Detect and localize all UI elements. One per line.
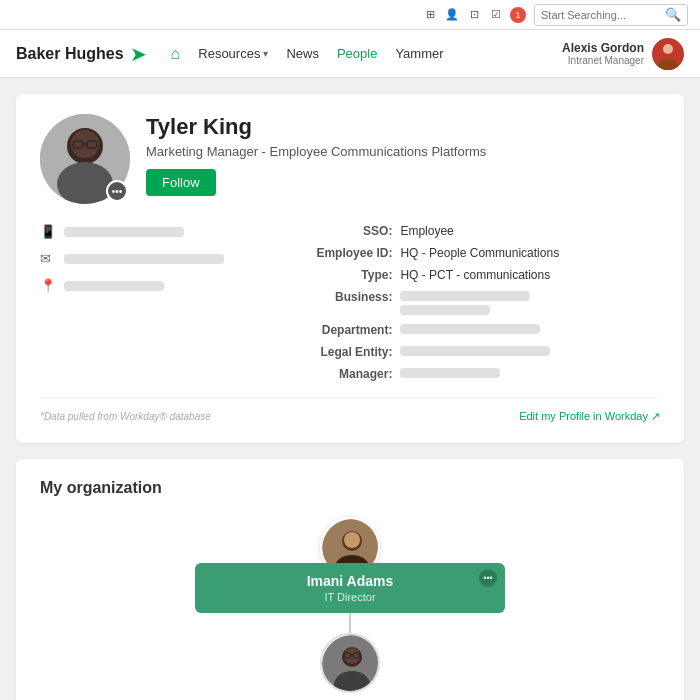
department-row: Department:	[302, 323, 660, 337]
profile-title: Marketing Manager - Employee Communicati…	[146, 144, 660, 159]
manager-card-box[interactable]: ••• Imani Adams IT Director	[195, 563, 505, 613]
employee-id-value: HQ - People Communications	[400, 246, 559, 260]
svg-point-18	[344, 648, 360, 664]
type-value: HQ - PCT - communications	[400, 268, 550, 282]
notification-badge[interactable]: 1	[510, 7, 526, 23]
profile-footer: *Data pulled from Workday® database Edit…	[40, 397, 660, 423]
nav-news[interactable]: News	[286, 42, 319, 65]
page-content: ••• Tyler King Marketing Manager - Emplo…	[0, 78, 700, 700]
tyler-small-avatar-svg	[322, 635, 380, 693]
manager-role: IT Director	[211, 591, 489, 603]
svg-point-10	[57, 162, 113, 204]
profile-work-info: SSO: Employee Employee ID: HQ - People C…	[302, 224, 660, 381]
user-role: Intranet Manager	[562, 55, 644, 66]
location-icon: 📍	[40, 278, 54, 293]
org-manager-node: ••• Imani Adams IT Director	[195, 517, 505, 613]
person-icon[interactable]: 👤	[444, 7, 460, 23]
org-card: My organization ••• Imani Adams I	[16, 459, 684, 700]
business-row: Business:	[302, 290, 660, 315]
email-placeholder	[64, 254, 224, 264]
utility-icons: ⊞ 👤 ⊡ ☑ 1	[422, 7, 526, 23]
business-ph2	[400, 305, 490, 315]
main-navigation: Baker Hughes ➤ ⌂ Resources ▾ News People…	[0, 30, 700, 78]
business-label: Business:	[302, 290, 392, 304]
grid-icon[interactable]: ⊡	[466, 7, 482, 23]
nav-items: ⌂ Resources ▾ News People Yammer	[171, 41, 562, 67]
sso-row: SSO: Employee	[302, 224, 660, 238]
phone-placeholder	[64, 227, 184, 237]
department-label: Department:	[302, 323, 392, 337]
footer-note: *Data pulled from Workday® database	[40, 411, 211, 422]
manager-placeholder	[400, 368, 500, 378]
legal-placeholder	[400, 346, 550, 356]
profile-name: Tyler King	[146, 114, 660, 140]
profile-avatar-wrap: •••	[40, 114, 130, 204]
type-row: Type: HQ - PCT - communications	[302, 268, 660, 282]
top-utility-bar: ⊞ 👤 ⊡ ☑ 1 🔍	[0, 0, 700, 30]
checkbox-icon[interactable]: ☑	[488, 7, 504, 23]
profile-header: ••• Tyler King Marketing Manager - Emplo…	[40, 114, 660, 204]
sso-label: SSO:	[302, 224, 392, 238]
org-title: My organization	[40, 479, 660, 497]
nav-people[interactable]: People	[337, 42, 377, 65]
employee-id-label: Employee ID:	[302, 246, 392, 260]
profile-contact: 📱 ✉ 📍	[40, 224, 278, 381]
logo-icon: ➤	[130, 42, 147, 66]
manager-row: Manager:	[302, 367, 660, 381]
employee-id-row: Employee ID: HQ - People Communications	[302, 246, 660, 260]
legal-entity-label: Legal Entity:	[302, 345, 392, 359]
sso-value: Employee	[400, 224, 453, 238]
nav-yammer[interactable]: Yammer	[395, 42, 443, 65]
workday-link[interactable]: Edit my Profile in Workday ↗	[519, 410, 660, 423]
nav-resources[interactable]: Resources ▾	[198, 42, 268, 65]
profile-info: Tyler King Marketing Manager - Employee …	[146, 114, 660, 196]
logo-text: Baker Hughes	[16, 45, 124, 63]
location-placeholder	[64, 281, 164, 291]
phone-row: 📱	[40, 224, 278, 239]
org-connector	[349, 613, 351, 633]
profile-details: 📱 ✉ 📍 SSO: Employee E	[40, 224, 660, 381]
follow-button[interactable]: Follow	[146, 169, 216, 196]
nav-home[interactable]: ⌂	[171, 41, 181, 67]
location-row: 📍	[40, 278, 278, 293]
windows-icon[interactable]: ⊞	[422, 7, 438, 23]
user-avatar[interactable]	[652, 38, 684, 70]
search-icon[interactable]: 🔍	[665, 7, 681, 22]
search-input[interactable]	[541, 9, 661, 21]
user-info: Alexis Gordon Intranet Manager	[562, 41, 644, 66]
dept-placeholder	[400, 324, 540, 334]
email-row: ✉	[40, 251, 278, 266]
phone-icon: 📱	[40, 224, 54, 239]
legal-entity-row: Legal Entity:	[302, 345, 660, 359]
business-ph1	[400, 291, 530, 301]
manager-label: Manager:	[302, 367, 392, 381]
type-label: Type:	[302, 268, 392, 282]
profile-badge[interactable]: •••	[106, 180, 128, 202]
manager-name: Imani Adams	[211, 573, 489, 589]
search-bar[interactable]: 🔍	[534, 4, 688, 26]
org-badge: •••	[479, 569, 497, 587]
self-org-avatar[interactable]	[320, 633, 380, 693]
user-name: Alexis Gordon	[562, 41, 644, 55]
email-icon: ✉	[40, 251, 54, 266]
logo[interactable]: Baker Hughes ➤	[16, 42, 147, 66]
svg-point-2	[663, 44, 673, 54]
svg-point-11	[72, 131, 98, 157]
avatar-svg	[652, 38, 684, 70]
nav-right: Alexis Gordon Intranet Manager	[562, 38, 684, 70]
svg-point-15	[344, 532, 360, 548]
org-chart: ••• Imani Adams IT Director	[40, 517, 660, 693]
profile-card: ••• Tyler King Marketing Manager - Emplo…	[16, 94, 684, 443]
